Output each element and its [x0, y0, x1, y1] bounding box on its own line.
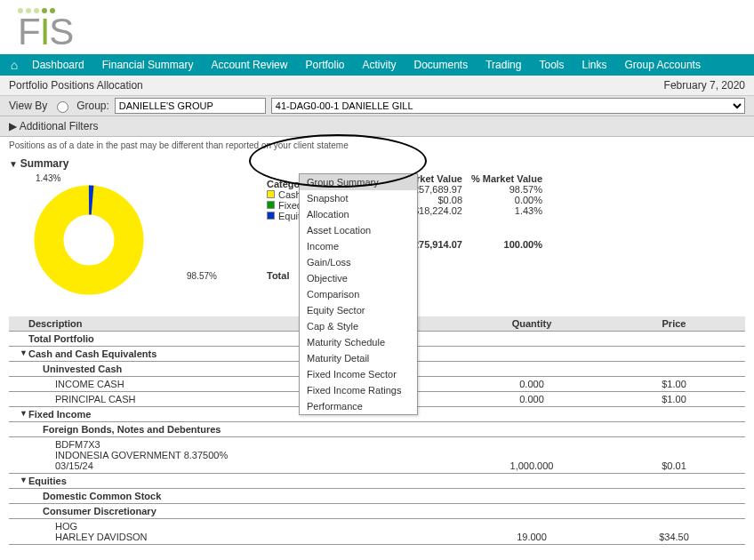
- legend-swatch: [267, 201, 275, 209]
- row-price: [603, 331, 745, 346]
- row-price: [603, 421, 745, 436]
- legend-swatch: [267, 212, 275, 220]
- table-row: Domestic Common Stock: [9, 488, 745, 503]
- nav-financial-summary[interactable]: Financial Summary: [93, 59, 203, 71]
- row-price: [603, 488, 745, 503]
- nav-group-accounts[interactable]: Group Accounts: [616, 59, 710, 71]
- row-price: [603, 503, 745, 518]
- row-price: [603, 346, 745, 361]
- table-row: BDFM7X3 INDONESIA GOVERNMENT 8.37500% 03…: [9, 436, 745, 473]
- row-quantity: 1,000.000: [461, 436, 603, 473]
- table-row: Equities: [9, 473, 745, 488]
- row-price: $0.01: [603, 436, 745, 473]
- viewby-row: View By Group: 41-DAG0-00-1 DANIELLE GIL…: [0, 96, 754, 116]
- row-price: [603, 473, 745, 488]
- disclaimer-text: Positions as of a date in the past may b…: [0, 137, 754, 154]
- summary-row: $0.080.00%: [373, 195, 745, 205]
- donut-chart: 1.43% 98.57%: [9, 173, 267, 309]
- dropdown-item-fixed-income-sector[interactable]: Fixed Income Sector: [300, 366, 417, 382]
- filters-label: ▶ Additional Filters: [9, 120, 98, 132]
- total-pct: 100.00%: [462, 239, 542, 250]
- logo-dots: [18, 5, 745, 15]
- row-description: BDFM7X3 INDONESIA GOVERNMENT 8.37500% 03…: [9, 436, 461, 473]
- dropdown-item-cap-style[interactable]: Cap & Style: [300, 318, 417, 334]
- summary-pct: 0.00%: [462, 195, 542, 205]
- chart-label-bottom: 98.57%: [187, 271, 217, 281]
- dropdown-item-maturity-detail[interactable]: Maturity Detail: [300, 350, 417, 366]
- summary-pct: 98.57%: [462, 184, 542, 195]
- summary-toggle[interactable]: Summary: [0, 154, 754, 173]
- row-description: Domestic Common Stock: [9, 488, 461, 503]
- main-nav: ⌂ DashboardFinancial SummaryAccount Revi…: [0, 54, 754, 76]
- row-quantity: [461, 346, 603, 361]
- viewby-label: View By: [9, 100, 47, 112]
- table-row: Consumer Discretionary: [9, 503, 745, 518]
- account-select[interactable]: 41-DAG0-00-1 DANIELLE GILL: [271, 98, 745, 114]
- table-row: Foreign Bonds, Notes and Debentures: [9, 421, 745, 436]
- col-quantity: Quantity: [461, 316, 603, 332]
- legend-label: Cash: [278, 189, 301, 200]
- row-price: $34.50: [603, 518, 745, 544]
- row-quantity: [461, 503, 603, 518]
- dropdown-item-asset-location[interactable]: Asset Location: [300, 222, 417, 238]
- row-description: Foreign Bonds, Notes and Debentures: [9, 421, 461, 436]
- page-date: February 7, 2020: [664, 79, 745, 92]
- logo-text: FIS: [18, 15, 745, 49]
- nav-trading[interactable]: Trading: [477, 59, 530, 71]
- row-price: $1.00: [603, 391, 745, 406]
- row-quantity: 0.000: [461, 376, 603, 391]
- legend-swatch: [267, 190, 275, 198]
- dropdown-item-maturity-schedule[interactable]: Maturity Schedule: [300, 334, 417, 350]
- row-description: HOG HARLEY DAVIDSON: [9, 518, 461, 544]
- dropdown-item-equity-sector[interactable]: Equity Sector: [300, 302, 417, 318]
- summary-label: Summary: [20, 157, 69, 170]
- additional-filters-toggle[interactable]: ▶ Additional Filters: [0, 116, 754, 137]
- portfolio-dropdown[interactable]: Group SummarySnapshotAllocationAsset Loc…: [299, 173, 418, 415]
- nav-activity[interactable]: Activity: [354, 59, 405, 71]
- summary-table: Market Value % Market Value $1,257,689.9…: [373, 173, 745, 250]
- dropdown-item-allocation[interactable]: Allocation: [300, 206, 417, 222]
- table-row: HOG HARLEY DAVIDSON19.000$34.50: [9, 518, 745, 544]
- nav-links[interactable]: Links: [573, 59, 615, 71]
- pct-header: % Market Value: [462, 173, 542, 184]
- row-price: $1.00: [603, 376, 745, 391]
- row-quantity: [461, 361, 603, 376]
- row-quantity: 0.000: [461, 391, 603, 406]
- home-icon[interactable]: ⌂: [5, 58, 23, 72]
- row-quantity: [461, 488, 603, 503]
- nav-account-review[interactable]: Account Review: [202, 59, 296, 71]
- dropdown-item-performance[interactable]: Performance: [300, 398, 417, 414]
- group-radio[interactable]: [57, 101, 68, 113]
- dropdown-item-snapshot[interactable]: Snapshot: [300, 190, 417, 206]
- summary-row: $18,224.021.43%: [373, 205, 745, 216]
- nav-tools[interactable]: Tools: [530, 59, 573, 71]
- row-quantity: 19.000: [461, 518, 603, 544]
- dropdown-item-comparison[interactable]: Comparison: [300, 286, 417, 302]
- row-quantity: [461, 331, 603, 346]
- col-price: Price: [603, 316, 745, 332]
- svg-point-0: [49, 200, 129, 280]
- page-title-row: Portfolio Positions Allocation February …: [0, 76, 754, 96]
- dropdown-item-income[interactable]: Income: [300, 238, 417, 254]
- summary-pct: 1.43%: [462, 205, 542, 216]
- row-quantity: [461, 406, 603, 421]
- group-radio-label: Group:: [76, 100, 109, 112]
- group-input[interactable]: [115, 98, 266, 114]
- dropdown-item-gain-loss[interactable]: Gain/Loss: [300, 254, 417, 270]
- summary-row: $1,257,689.9798.57%: [373, 184, 745, 195]
- row-price: [603, 361, 745, 376]
- row-quantity: [461, 421, 603, 436]
- nav-portfolio[interactable]: Portfolio: [296, 59, 353, 71]
- row-description: Consumer Discretionary: [9, 503, 461, 518]
- nav-dashboard[interactable]: Dashboard: [23, 59, 93, 71]
- row-description: Equities: [9, 473, 461, 488]
- legend-label: Equit: [278, 211, 301, 221]
- dropdown-item-objective[interactable]: Objective: [300, 270, 417, 286]
- page-title: Portfolio Positions Allocation: [9, 79, 143, 92]
- nav-documents[interactable]: Documents: [405, 59, 477, 71]
- logo: FIS: [0, 0, 754, 49]
- chart-label-top: 1.43%: [36, 173, 60, 183]
- dropdown-item-fixed-income-ratings[interactable]: Fixed Income Ratings: [300, 382, 417, 398]
- row-quantity: [461, 473, 603, 488]
- dropdown-item-group-summary[interactable]: Group Summary: [300, 174, 417, 190]
